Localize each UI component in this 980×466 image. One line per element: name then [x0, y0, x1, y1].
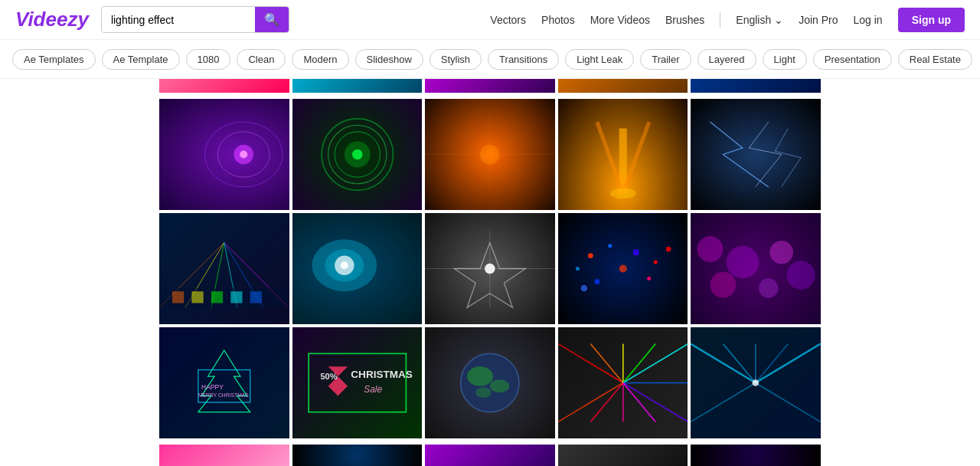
svg-point-67	[490, 379, 509, 392]
tag-modern[interactable]: Modern	[292, 49, 348, 70]
search-button[interactable]: 🔍	[255, 7, 289, 32]
svg-line-70	[558, 344, 623, 383]
svg-point-47	[666, 247, 671, 252]
svg-line-84	[756, 344, 788, 383]
svg-point-39	[588, 253, 593, 258]
search-input[interactable]	[102, 8, 255, 31]
thumb-3-2[interactable]: CHRISTMAS Sale 50%	[292, 327, 423, 438]
tag-stylish[interactable]: Stylish	[430, 49, 482, 70]
partial-thumb-5	[691, 79, 821, 93]
thumb-1-4[interactable]	[558, 99, 688, 210]
grid-row-3: HAPPY MERRY CHRISTMAS CHRISTMAS Sale 50%	[159, 327, 821, 438]
svg-line-81	[691, 344, 756, 383]
thumb-1-5[interactable]	[691, 99, 821, 210]
bottom-partial-strip	[0, 445, 980, 466]
svg-rect-28	[211, 291, 223, 303]
tag-layered[interactable]: Layered	[697, 49, 756, 70]
svg-point-50	[727, 246, 759, 278]
svg-line-79	[590, 383, 622, 422]
svg-point-3	[240, 150, 247, 158]
tag-light-leak[interactable]: Light Leak	[565, 49, 634, 70]
signup-button[interactable]: Sign up	[898, 8, 965, 32]
tag-clean[interactable]: Clean	[237, 49, 286, 70]
tag-presentation[interactable]: Presentation	[813, 49, 892, 70]
bottom-partial-5	[691, 445, 821, 466]
svg-point-43	[619, 264, 626, 272]
svg-point-88	[753, 379, 759, 386]
nav-vectors[interactable]: Vectors	[490, 14, 526, 26]
svg-rect-27	[191, 291, 203, 303]
thumb-3-3[interactable]	[425, 327, 555, 438]
bottom-partial-1	[159, 445, 289, 466]
bottom-partial-3	[425, 445, 555, 466]
bottom-partial-4	[558, 445, 688, 466]
top-partial-strip	[0, 79, 980, 93]
tag-real-estate[interactable]: Real Estate	[898, 49, 972, 70]
svg-point-66	[467, 366, 493, 386]
svg-point-51	[770, 241, 794, 264]
svg-point-34	[340, 261, 348, 269]
thumb-2-3[interactable]	[425, 213, 555, 324]
svg-text:CHRISTMAS: CHRISTMAS	[351, 369, 413, 380]
join-pro-link[interactable]: Join Pro	[799, 14, 838, 26]
svg-line-80	[558, 383, 623, 422]
svg-point-8	[352, 149, 363, 160]
nav-separator	[720, 12, 720, 28]
grid-row-2	[159, 213, 821, 324]
nav-brushes[interactable]: Brushes	[665, 14, 704, 26]
tags-row: Ae TemplatesAe Template1080CleanModernSl…	[0, 40, 980, 79]
partial-thumb-2	[292, 79, 423, 93]
svg-point-40	[608, 244, 612, 248]
svg-point-53	[710, 272, 737, 298]
svg-line-76	[623, 383, 688, 422]
svg-line-74	[623, 344, 688, 383]
thumb-1-2[interactable]	[292, 99, 423, 210]
svg-line-73	[623, 344, 655, 383]
svg-point-42	[653, 260, 657, 264]
thumb-3-4[interactable]	[558, 327, 688, 438]
svg-point-18	[610, 189, 636, 199]
tag-ae-template[interactable]: Ae Template	[102, 49, 180, 70]
thumb-2-2[interactable]	[292, 213, 423, 324]
partial-thumb-4	[558, 79, 688, 93]
svg-text:Sale: Sale	[364, 384, 382, 395]
tag-light[interactable]: Light	[763, 49, 807, 70]
thumb-1-1[interactable]	[159, 99, 289, 210]
svg-text:HAPPY: HAPPY	[201, 383, 224, 391]
svg-point-41	[632, 249, 639, 255]
svg-line-82	[724, 344, 756, 383]
svg-line-86	[756, 383, 821, 422]
tag-slideshow[interactable]: Slideshow	[355, 49, 423, 70]
language-selector[interactable]: English ⌄	[736, 14, 783, 26]
svg-text:50%: 50%	[320, 372, 337, 381]
svg-rect-26	[172, 291, 184, 303]
video-grid: HAPPY MERRY CHRISTMAS CHRISTMAS Sale 50%	[0, 96, 980, 445]
svg-point-49	[697, 236, 724, 262]
thumb-3-1[interactable]: HAPPY MERRY CHRISTMAS	[159, 327, 289, 438]
svg-text:MERRY CHRISTMAS: MERRY CHRISTMAS	[198, 392, 249, 398]
svg-line-85	[756, 344, 821, 383]
svg-point-52	[787, 261, 815, 289]
login-button[interactable]: Log in	[854, 14, 883, 26]
tag-1080[interactable]: 1080	[186, 49, 231, 70]
svg-point-44	[594, 279, 599, 284]
logo[interactable]: Videezy	[15, 8, 89, 31]
nav-photos[interactable]: Photos	[541, 14, 575, 26]
tag-trailer[interactable]: Trailer	[640, 49, 691, 70]
tag-transitions[interactable]: Transitions	[488, 49, 559, 70]
svg-rect-59	[309, 353, 406, 412]
tag-ae-templates[interactable]: Ae Templates	[12, 49, 96, 70]
nav-more-videos[interactable]: More Videos	[590, 14, 650, 26]
bottom-partial-2	[292, 445, 423, 466]
thumb-1-3[interactable]	[425, 99, 555, 210]
svg-line-87	[691, 383, 756, 422]
svg-rect-29	[230, 291, 242, 303]
thumb-2-5[interactable]	[691, 213, 821, 324]
main-nav: Vectors Photos More Videos Brushes Engli…	[490, 8, 965, 32]
svg-rect-30	[250, 291, 262, 303]
svg-point-45	[647, 277, 651, 281]
svg-line-71	[590, 344, 622, 383]
thumb-2-1[interactable]	[159, 213, 289, 324]
thumb-3-5[interactable]	[691, 327, 821, 438]
thumb-2-4[interactable]	[558, 213, 688, 324]
